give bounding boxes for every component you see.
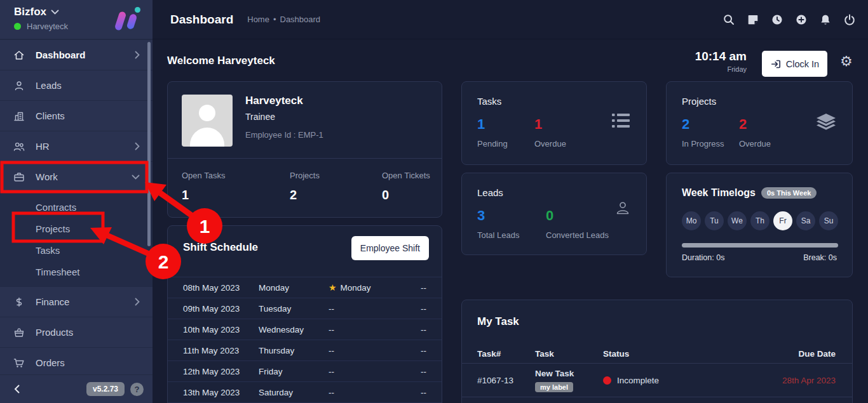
divider (168, 158, 442, 159)
day-fr-active: Fr (773, 211, 792, 230)
projects-stat: Projects 2 (290, 171, 320, 202)
day-th: Th (750, 211, 770, 230)
search-icon[interactable] (722, 13, 735, 26)
workspace-status: Harveyteck (14, 22, 68, 31)
star-icon: ★ (329, 282, 337, 293)
week-timelogs-card: Week Timelogs 0s This Week Mo Tu We Th F… (666, 173, 853, 277)
card-title: Projects (682, 96, 716, 107)
workspace-switcher[interactable]: Bizfox (14, 6, 59, 18)
stat-value: 1 (477, 116, 508, 133)
clock-icon[interactable] (771, 13, 783, 26)
help-button[interactable]: ? (130, 383, 144, 396)
person-icon (13, 79, 25, 92)
stat-label: Open Tasks (182, 171, 225, 180)
person-outline-icon (614, 200, 631, 216)
my-task-header: Task# Task Status Due Date (462, 345, 852, 364)
notes-icon[interactable] (747, 13, 759, 26)
chevron-left-icon (14, 385, 20, 393)
task-name: New Task (535, 369, 603, 378)
shift-table: 08th May 2023 Monday ★Monday -- 09th May… (168, 277, 442, 403)
dollar-icon (13, 296, 25, 308)
week-total-badge: 0s This Week (761, 187, 817, 199)
main-content: Welcome Harveyteck 10:14 am Friday Clock… (153, 39, 868, 403)
task-due-date: 28th Apr 2023 (782, 376, 852, 385)
sidebar-item-hr[interactable]: HR (0, 131, 153, 161)
my-task-card: My Task Task# Task Status Due Date #1067… (461, 300, 853, 403)
gear-icon[interactable]: ⚙ (840, 55, 853, 69)
sidebar-item-clients[interactable]: Clients (0, 100, 153, 131)
building-icon (13, 110, 25, 122)
breadcrumb-current: Dashboard (280, 15, 321, 24)
company-logo (113, 5, 142, 34)
stat-value: 0 (546, 208, 609, 224)
clock-in-label: Clock In (786, 59, 819, 69)
sidebar-item-work[interactable]: Work (0, 161, 153, 192)
task-row[interactable]: #1067-13 New Task my label Incomplete 28… (462, 364, 852, 397)
notifications-icon[interactable] (819, 13, 832, 26)
sidebar-item-orders[interactable]: Orders (0, 347, 153, 378)
breadcrumb-home[interactable]: Home (247, 15, 269, 24)
welcome-heading: Welcome Harveyteck (167, 55, 275, 67)
submenu-item-contracts[interactable]: Contracts (0, 196, 153, 218)
profile-card: Harveyteck Trainee Employee Id : EMP-1 O… (167, 81, 442, 218)
sidebar-item-finance[interactable]: Finance (0, 286, 153, 317)
add-icon[interactable] (795, 13, 808, 26)
power-icon[interactable] (843, 13, 856, 26)
shift-row: 11th May 2023 Thursday -- -- (168, 340, 442, 360)
duration-label: Duration: 0s (682, 253, 724, 262)
stat-label: Overdue (739, 139, 771, 149)
employee-name: Harveyteck (245, 95, 303, 107)
stat-label: Projects (290, 171, 320, 180)
overdue-stat: 1 Overdue (534, 116, 566, 149)
submenu-item-projects[interactable]: Projects (0, 218, 153, 239)
submenu-item-timesheet[interactable]: Timesheet (0, 261, 153, 282)
stat-value: 2 (290, 188, 320, 202)
clock-in-icon (770, 58, 782, 70)
shift-schedule-card: Shift Schedule Employee Shift 08th May 2… (167, 225, 442, 403)
task-status: Incomplete (603, 376, 782, 385)
task-id: #1067-13 (462, 376, 535, 385)
sidebar-item-dashboard[interactable]: Dashboard (0, 39, 153, 70)
work-submenu: Contracts Projects Tasks Timesheet (0, 192, 153, 286)
employee-shift-button[interactable]: Employee Shift (351, 236, 429, 260)
submenu-item-tasks[interactable]: Tasks (0, 239, 153, 261)
total-leads-stat: 3 Total Leads (477, 208, 520, 240)
stat-label: Pending (477, 139, 508, 149)
sidebar-item-leads[interactable]: Leads (0, 70, 153, 100)
day-mo: Mo (682, 211, 701, 230)
shift-row: 09th May 2023 Tuesday -- -- (168, 298, 442, 319)
topbar-actions (722, 13, 856, 26)
sidebar-item-label: Products (36, 327, 73, 338)
breadcrumb: Home • Dashboard (247, 15, 320, 24)
open-tasks-stat: Open Tasks 1 (182, 171, 225, 202)
stat-label: Overdue (534, 139, 566, 149)
clock-in-button[interactable]: Clock In (762, 51, 827, 77)
sidebar-item-label: Orders (36, 357, 65, 368)
task-label-badge: my label (535, 382, 573, 392)
collapse-sidebar-button[interactable] (14, 385, 20, 393)
stat-value: 2 (682, 116, 724, 133)
card-title: My Task (477, 315, 519, 328)
sidebar-item-label: Clients (36, 110, 65, 121)
shift-row: 13th May 2023 Saturday -- -- (168, 381, 442, 402)
leads-card: Leads 3 Total Leads 0 Converted Leads (461, 173, 647, 255)
employee-id: Employee Id : EMP-1 (245, 130, 323, 140)
stat-label: Converted Leads (546, 230, 609, 240)
version-badge: v5.2.73 (86, 382, 125, 396)
sidebar-item-label: Finance (36, 296, 69, 307)
basket-icon (13, 326, 25, 339)
page-title: Dashboard (170, 13, 233, 27)
sidebar-item-products[interactable]: Products (0, 317, 153, 347)
sidebar-scrollbar[interactable] (147, 42, 151, 246)
shift-row: 12th May 2023 Friday -- -- (168, 360, 442, 381)
tasks-card: Tasks 1 Pending 1 Overdue (461, 81, 647, 165)
breadcrumb-separator: • (273, 15, 276, 24)
stat-value: 3 (477, 208, 520, 224)
status-dot-icon (603, 376, 611, 385)
sidebar-footer: v5.2.73 ? (0, 374, 153, 403)
shift-row: 08th May 2023 Monday ★Monday -- (168, 277, 442, 298)
chevron-right-icon (135, 51, 140, 59)
stat-value: 1 (534, 116, 566, 133)
week-days: Mo Tu We Th Fr Sa Su (682, 211, 838, 230)
brand-name: Bizfox (14, 6, 46, 18)
